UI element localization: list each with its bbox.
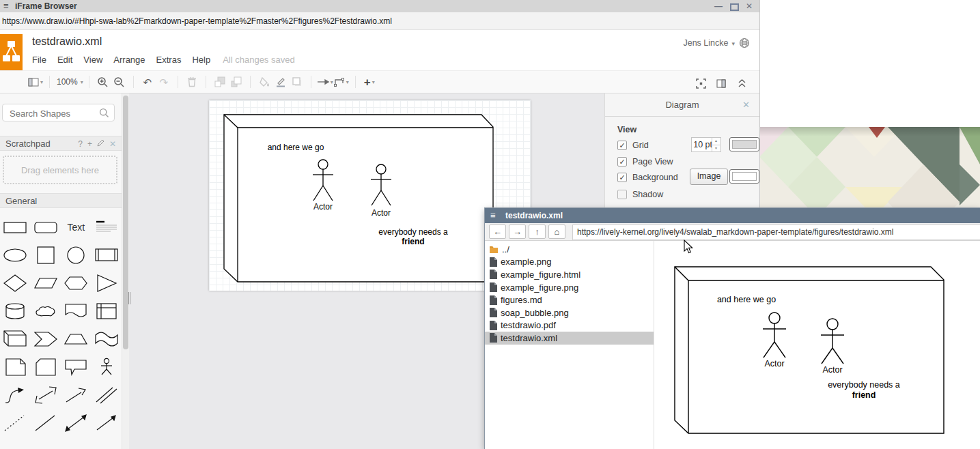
shape-directional-connector[interactable] — [92, 409, 122, 437]
menu-file[interactable]: File — [32, 55, 46, 66]
sidebar-splitter-handle[interactable] — [128, 292, 132, 304]
shape-bidirectional-arrow[interactable] — [31, 381, 61, 409]
list-item-file[interactable]: figures.md — [485, 293, 654, 306]
search-input[interactable] — [8, 105, 100, 121]
background-checkbox[interactable]: ✓ — [617, 173, 627, 182]
shape-bidirectional-connector[interactable] — [61, 409, 92, 437]
menu-arrange[interactable]: Arrange — [113, 55, 145, 66]
shape-dashed-line[interactable] — [0, 409, 31, 437]
page-view-checkbox[interactable]: ✓ — [617, 157, 627, 166]
delete-button[interactable] — [184, 74, 200, 90]
sidebar-scrollbar-thumb[interactable] — [123, 96, 128, 349]
menu-edit[interactable]: Edit — [57, 55, 72, 66]
shape-square[interactable] — [31, 241, 61, 269]
shape-parallelogram[interactable] — [31, 269, 61, 297]
scratchpad-close-icon[interactable]: ✕ — [109, 136, 116, 151]
home-button[interactable]: ⌂ — [548, 224, 565, 239]
scratchpad-add-icon[interactable]: + — [87, 136, 92, 151]
grid-size-input[interactable] — [692, 138, 714, 151]
scratchpad-dropzone[interactable]: Drag elements here — [3, 156, 117, 184]
forward-button[interactable]: → — [509, 224, 526, 239]
menu-extras[interactable]: Extras — [156, 55, 182, 66]
scratchpad-help-icon[interactable]: ? — [78, 136, 83, 151]
line-color-button[interactable] — [272, 74, 289, 90]
connection-style-dropdown[interactable]: ▾ — [317, 74, 333, 90]
shape-ellipse[interactable] — [0, 241, 31, 269]
shape-step[interactable] — [31, 325, 61, 353]
shape-internal-storage[interactable] — [92, 297, 122, 325]
scratchpad-edit-icon[interactable] — [97, 136, 104, 151]
waypoint-style-dropdown[interactable]: ▾ — [333, 74, 350, 90]
file-browser-titlebar[interactable]: ≡ testdrawio.xml — [485, 208, 980, 223]
shape-cube[interactable] — [0, 325, 31, 353]
scratchpad-section-header[interactable]: Scratchpad ? + ✕ — [0, 136, 122, 151]
shape-text[interactable]: Text — [61, 213, 92, 241]
user-menu[interactable]: Jens Lincke ▾ — [683, 38, 750, 48]
grid-checkbox[interactable]: ✓ — [617, 141, 627, 150]
file-browser-url-field[interactable]: https://lively-kernel.org/lively4/swalab… — [572, 224, 980, 240]
up-button[interactable]: ↑ — [529, 224, 546, 239]
redo-button[interactable]: ↷ — [156, 74, 172, 90]
shape-rectangle[interactable] — [0, 213, 31, 241]
page-view-dropdown[interactable]: ▾ — [27, 74, 44, 90]
hamburger-icon[interactable]: ≡ — [3, 0, 9, 12]
shadow-button[interactable] — [289, 74, 305, 90]
zoom-out-button[interactable] — [111, 74, 128, 90]
shape-callout[interactable] — [61, 353, 92, 381]
menu-view[interactable]: View — [83, 55, 102, 66]
shape-cylinder[interactable] — [0, 297, 31, 325]
shape-actor[interactable] — [92, 353, 122, 381]
shape-circle[interactable] — [61, 241, 92, 269]
shape-double-line[interactable] — [92, 381, 122, 409]
to-front-button[interactable] — [212, 74, 228, 90]
format-panel-header[interactable]: Diagram ✕ — [605, 93, 759, 117]
list-item-file-selected[interactable]: testdrawio.xml — [485, 332, 654, 345]
shape-document[interactable] — [61, 297, 92, 325]
collapse-toolbar-button[interactable] — [733, 75, 750, 91]
grid-size-spinner[interactable]: ▲ ▼ — [712, 138, 720, 151]
shape-textbox[interactable] — [92, 213, 122, 241]
shape-trapezoid[interactable] — [61, 325, 92, 353]
window-titlebar[interactable]: ≡ iFrame Browser — ✕ — [0, 0, 759, 13]
menu-help[interactable]: Help — [192, 55, 210, 66]
globe-icon[interactable] — [739, 38, 750, 48]
undo-button[interactable]: ↶ — [139, 74, 156, 90]
list-item-file[interactable]: example.png — [485, 256, 654, 269]
list-item-file[interactable]: testdrawio.pdf — [485, 319, 654, 332]
shape-curve[interactable] — [0, 381, 31, 409]
shape-diamond[interactable] — [0, 269, 31, 297]
list-item-parent-dir[interactable]: ../ — [485, 243, 654, 256]
shape-hexagon[interactable] — [61, 269, 92, 297]
fullscreen-button[interactable] — [692, 75, 709, 91]
fill-color-button[interactable] — [256, 74, 272, 90]
hamburger-icon[interactable]: ≡ — [490, 208, 496, 223]
list-item-file[interactable]: soap_bubble.png — [485, 306, 654, 319]
shape-card[interactable] — [31, 353, 61, 381]
insert-dropdown[interactable]: + ▾ — [361, 74, 378, 90]
list-item-file[interactable]: example_figure.png — [485, 281, 654, 294]
shape-process[interactable] — [92, 241, 122, 269]
search-icon[interactable] — [99, 108, 109, 121]
format-panel-close-icon[interactable]: ✕ — [742, 93, 750, 116]
search-shapes-box[interactable] — [2, 104, 115, 121]
to-back-button[interactable] — [228, 74, 244, 90]
back-button[interactable]: ← — [489, 224, 506, 239]
shape-tape[interactable] — [92, 325, 122, 353]
shape-line[interactable] — [31, 409, 61, 437]
shape-rounded-rectangle[interactable] — [31, 213, 61, 241]
list-item-file[interactable]: example_figure.html — [485, 268, 654, 281]
close-button[interactable]: ✕ — [744, 1, 755, 11]
general-section-header[interactable]: General — [0, 193, 122, 208]
zoom-level-dropdown[interactable]: 100% ▾ — [55, 74, 83, 90]
maximize-button[interactable] — [729, 1, 740, 11]
browser-url-bar[interactable]: https://www.draw.io/#Hhpi-swa-lab%2Fmark… — [0, 12, 759, 30]
grid-color-swatch[interactable] — [729, 137, 759, 151]
background-image-button[interactable]: Image — [690, 169, 728, 185]
format-panel-toggle[interactable] — [713, 75, 729, 91]
shadow-checkbox[interactable] — [617, 190, 627, 199]
background-color-swatch[interactable] — [729, 169, 759, 184]
shape-note[interactable] — [0, 353, 31, 381]
shape-cloud[interactable] — [31, 297, 61, 325]
shape-arrow[interactable] — [61, 381, 92, 409]
minimize-button[interactable]: — — [713, 1, 724, 11]
